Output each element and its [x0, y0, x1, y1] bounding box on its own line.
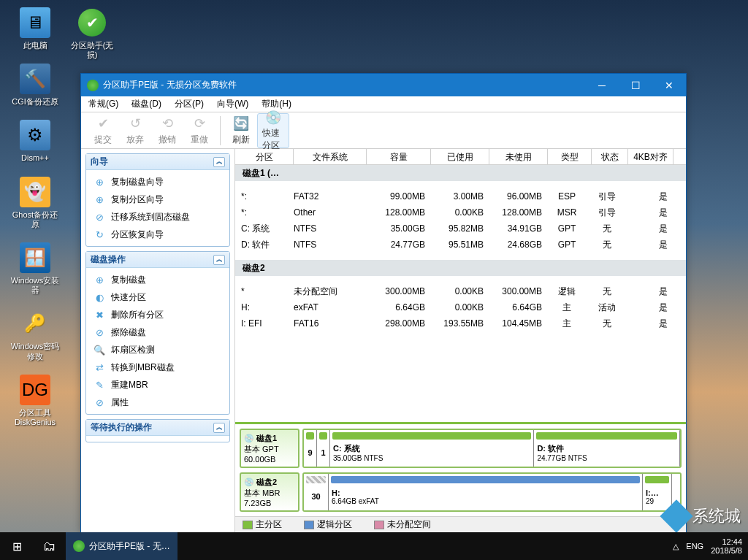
col-header[interactable]: 状态	[592, 149, 628, 164]
partition-row[interactable]: *:FAT3299.00MB3.00MB96.00MBESP引导是	[235, 188, 686, 204]
menu-item[interactable]: 向导(W)	[214, 96, 251, 112]
sidebar-item[interactable]: ⇄转换到MBR磁盘	[86, 358, 229, 376]
tool-icon: ⟲	[159, 115, 176, 132]
col-header[interactable]: 容量	[367, 149, 431, 164]
disk-header-row[interactable]: 磁盘2	[235, 260, 686, 276]
panel-header[interactable]: 磁盘操作︽	[86, 252, 229, 268]
tool-icon: ↺	[126, 115, 144, 132]
partition-row[interactable]: H:exFAT6.64GB0.00KB6.64GB主活动是	[235, 299, 686, 315]
desktop-icon[interactable]: 👻Ghost备份还原	[9, 177, 61, 229]
sidebar-item[interactable]: ◐快速分区	[86, 288, 229, 306]
partition-row[interactable]: *:Other128.00MB0.00KB128.00MBMSR引导是	[235, 204, 686, 220]
item-icon: ⊕	[94, 176, 105, 188]
disk-info[interactable]: 💿 磁盘2基本 MBR7.23GB	[240, 472, 299, 512]
collapse-icon[interactable]: ︽	[213, 255, 225, 265]
partition-strip: 30H:6.64GB exFATI:…29	[302, 472, 682, 512]
titlebar[interactable]: 分区助手PE版 - 无损分区免费软件 ─ ☐ ✕	[81, 74, 686, 96]
item-icon: ⊘	[94, 326, 105, 338]
window-title: 分区助手PE版 - 无损分区免费软件	[103, 79, 585, 91]
sidebar-item[interactable]: ⊘迁移系统到固态磁盘	[86, 208, 229, 226]
col-header[interactable]: 已使用	[431, 149, 489, 164]
disk-info[interactable]: 💿 磁盘1基本 GPT60.00GB	[240, 429, 299, 468]
partition-segment[interactable]: 30	[304, 474, 329, 510]
desktop-icon[interactable]: 🪟Windows安装器	[9, 242, 61, 295]
minimize-button[interactable]: ─	[585, 74, 619, 96]
legend-swatch	[374, 521, 384, 529]
desktop-icon[interactable]: DG分区工具DiskGenius	[9, 375, 61, 427]
item-icon: ⇄	[94, 361, 105, 373]
winst-icon: 🪟	[20, 242, 50, 273]
tool-快速分区[interactable]: 💿快速分区	[257, 113, 289, 148]
disk-header-row[interactable]: 磁盘1 (…	[235, 165, 686, 181]
partition-row[interactable]: I: EFIFAT16298.00MB193.55MB104.45MB主无是	[235, 315, 686, 331]
grid-header: 分区文件系统容量已使用未使用类型状态4KB对齐	[235, 149, 686, 165]
partition-row[interactable]: C: 系统NTFS35.00GB95.82MB34.91GBGPT无是	[235, 220, 686, 237]
menu-item[interactable]: 磁盘(D)	[129, 96, 164, 112]
dg-icon: DG	[20, 375, 50, 405]
taskbar: ⊞ 🗂 分区助手PE版 - 无… △ ENG 12:44 2018/5/8	[0, 532, 748, 560]
item-icon: ✎	[94, 379, 105, 391]
panel-header[interactable]: 等待执行的操作︽	[86, 420, 229, 436]
disk-bar: 💿 磁盘2基本 MBR7.23GB30H:6.64GB exFATI:…29	[240, 472, 682, 512]
sidebar-panel: 向导︽⊕复制磁盘向导⊕复制分区向导⊘迁移系统到固态磁盘↻分区恢复向导	[85, 153, 230, 247]
sidebar-item[interactable]: ✎重建MBR	[86, 376, 229, 394]
partition-segment[interactable]: H:6.64GB exFAT	[329, 474, 643, 510]
partition-row[interactable]: D: 软件NTFS24.77GB95.51MB24.68GBGPT无是	[235, 237, 686, 253]
col-header[interactable]: 4KB对齐	[628, 149, 673, 164]
key-icon: 🔑	[20, 308, 50, 339]
legend-swatch	[304, 521, 314, 529]
maximize-button[interactable]: ☐	[619, 74, 652, 96]
file-explorer-icon[interactable]: 🗂	[34, 532, 66, 560]
sidebar-item[interactable]: ⊕复制分区向导	[86, 191, 229, 208]
partition-row[interactable]: *未分配空间300.00MB0.00KB300.00MB逻辑无是	[235, 283, 686, 299]
sidebar-item[interactable]: ✖删除所有分区	[86, 306, 229, 323]
close-button[interactable]: ✕	[652, 74, 686, 96]
sidebar-item[interactable]: 🔍坏扇区检测	[86, 341, 229, 358]
sidebar-item[interactable]: ↻分区恢复向导	[86, 226, 229, 243]
tray-icon[interactable]: △	[673, 542, 679, 551]
desktop-icon[interactable]: 🔨CGI备份还原	[9, 64, 61, 107]
clock[interactable]: 12:44 2018/5/8	[711, 537, 742, 555]
tool-icon: ⟳	[191, 115, 208, 132]
desktop-icon-partition-assistant[interactable]: ✔ 分区助手(无损)	[66, 7, 118, 60]
tool-放弃: ↺放弃	[119, 113, 151, 148]
item-icon: ↻	[94, 229, 105, 240]
panel-header[interactable]: 向导︽	[86, 154, 229, 170]
taskbar-item[interactable]: 分区助手PE版 - 无…	[66, 532, 178, 560]
collapse-icon[interactable]: ︽	[213, 423, 225, 433]
partition-segment[interactable]: 1	[317, 430, 330, 467]
partition-segment[interactable]: 9	[304, 430, 317, 467]
desktop-icon[interactable]: 🔑Windows密码修改	[9, 308, 61, 361]
desktop-icon[interactable]: 🖥此电脑	[9, 7, 61, 50]
taskbar-app-icon	[73, 540, 85, 552]
partition-segment[interactable]: D: 软件24.77GB NTFS	[534, 430, 680, 467]
sidebar-item[interactable]: ⊘擦除磁盘	[86, 323, 229, 341]
tool-刷新[interactable]: 🔄刷新	[225, 113, 257, 148]
partition-segment[interactable]: C: 系统35.00GB NTFS	[330, 430, 534, 467]
gear-icon: ⚙	[20, 120, 50, 150]
system-tray: △ ENG 12:44 2018/5/8	[673, 537, 748, 555]
toolbar: ✔提交↺放弃⟲撤销⟳重做🔄刷新💿快速分区	[81, 112, 686, 149]
col-header[interactable]: 类型	[548, 149, 592, 164]
item-icon: ✖	[94, 309, 105, 321]
start-button[interactable]: ⊞	[0, 532, 34, 560]
collapse-icon[interactable]: ︽	[213, 157, 225, 167]
menu-item[interactable]: 分区(P)	[172, 96, 207, 112]
lang-indicator[interactable]: ENG	[686, 542, 703, 551]
tool-icon: 🔄	[232, 115, 250, 132]
col-header[interactable]: 分区	[235, 149, 294, 164]
menu-item[interactable]: 常规(G)	[85, 96, 121, 112]
col-header[interactable]: 未使用	[489, 149, 548, 164]
app-icon	[87, 80, 99, 91]
legend-swatch	[243, 521, 253, 529]
sidebar-item[interactable]: ⊕复制磁盘	[86, 271, 229, 288]
col-header[interactable]: 文件系统	[294, 149, 367, 164]
item-icon: 🔍	[94, 344, 105, 356]
item-icon: ⊘	[94, 211, 105, 223]
item-icon: ⊘	[94, 396, 105, 408]
sidebar-item[interactable]: ⊕复制磁盘向导	[86, 173, 229, 191]
legend-item: 主分区	[243, 518, 282, 531]
desktop-icon[interactable]: ⚙Dism++	[9, 120, 61, 163]
sidebar-item[interactable]: ⊘属性	[86, 394, 229, 411]
tool-重做: ⟳重做	[183, 113, 215, 148]
